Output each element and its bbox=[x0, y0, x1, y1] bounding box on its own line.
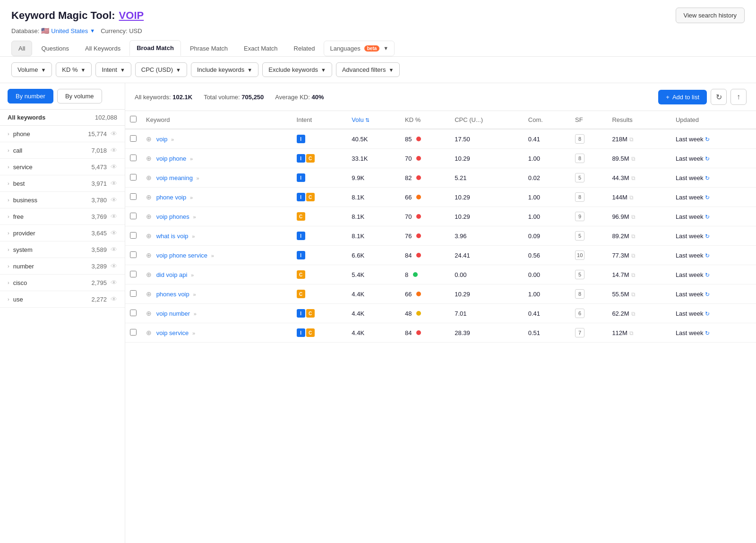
row-checkbox[interactable] bbox=[130, 232, 137, 239]
tab-phrase-match[interactable]: Phrase Match bbox=[183, 41, 235, 56]
select-all-checkbox[interactable] bbox=[130, 116, 137, 122]
add-keyword-icon[interactable]: ⊕ bbox=[146, 193, 152, 201]
header-volume[interactable]: Volu ⇅ bbox=[347, 111, 400, 129]
add-keyword-icon[interactable]: ⊕ bbox=[146, 232, 152, 240]
expand-icon[interactable]: » bbox=[193, 214, 196, 220]
refresh-row-icon[interactable]: ↻ bbox=[705, 136, 710, 143]
copy-icon[interactable]: ⧉ bbox=[631, 252, 636, 259]
add-keyword-icon[interactable]: ⊕ bbox=[146, 174, 152, 181]
sf-badge[interactable]: 9 bbox=[575, 212, 584, 221]
sf-badge[interactable]: 8 bbox=[575, 134, 584, 144]
kd-filter[interactable]: KD % ▼ bbox=[56, 62, 92, 77]
copy-icon[interactable]: ⧉ bbox=[631, 291, 636, 298]
sf-badge[interactable]: 5 bbox=[575, 231, 584, 241]
eye-icon[interactable]: 👁 bbox=[111, 262, 117, 270]
eye-icon[interactable]: 👁 bbox=[111, 246, 117, 253]
include-keywords-filter[interactable]: Include keywords ▼ bbox=[191, 62, 258, 77]
refresh-row-icon[interactable]: ↻ bbox=[705, 330, 710, 336]
sidebar-item-best[interactable]: › best 3,971 👁 bbox=[0, 175, 125, 192]
expand-icon[interactable]: » bbox=[211, 253, 214, 259]
expand-icon[interactable]: » bbox=[190, 156, 193, 162]
copy-icon[interactable]: ⧉ bbox=[629, 136, 634, 143]
keyword-link[interactable]: did voip api bbox=[156, 271, 188, 278]
add-keyword-icon[interactable]: ⊕ bbox=[146, 271, 152, 278]
export-button[interactable]: ↑ bbox=[730, 89, 747, 105]
eye-icon[interactable]: 👁 bbox=[111, 147, 117, 154]
volume-filter[interactable]: Volume ▼ bbox=[11, 62, 52, 77]
keyword-link[interactable]: voip meaning bbox=[156, 174, 193, 181]
tab-all-keywords[interactable]: All Keywords bbox=[78, 41, 128, 56]
sidebar-item-call[interactable]: › call 7,018 👁 bbox=[0, 142, 125, 159]
by-number-button[interactable]: By number bbox=[8, 89, 53, 103]
sidebar-all-keywords[interactable]: All keywords 102,088 bbox=[0, 110, 125, 126]
sidebar-item-phone[interactable]: › phone 15,774 👁 bbox=[0, 126, 125, 142]
sf-badge[interactable]: 7 bbox=[575, 328, 584, 337]
add-keyword-icon[interactable]: ⊕ bbox=[146, 290, 152, 298]
row-checkbox[interactable] bbox=[130, 135, 137, 142]
refresh-row-icon[interactable]: ↻ bbox=[705, 194, 710, 201]
add-keyword-icon[interactable]: ⊕ bbox=[146, 135, 152, 143]
tab-all[interactable]: All bbox=[11, 41, 32, 56]
eye-icon[interactable]: 👁 bbox=[111, 295, 117, 303]
cpc-filter[interactable]: CPC (USD) ▼ bbox=[135, 62, 187, 77]
eye-icon[interactable]: 👁 bbox=[111, 229, 117, 237]
copy-icon[interactable]: ⧉ bbox=[631, 214, 636, 220]
keyword-link[interactable]: phone voip bbox=[156, 194, 187, 201]
add-keyword-icon[interactable]: ⊕ bbox=[146, 251, 152, 259]
sf-badge[interactable]: 10 bbox=[575, 250, 584, 260]
refresh-button[interactable]: ↻ bbox=[711, 89, 727, 105]
keyword-link[interactable]: voip number bbox=[156, 310, 190, 317]
refresh-row-icon[interactable]: ↻ bbox=[705, 310, 710, 317]
copy-icon[interactable]: ⧉ bbox=[629, 194, 634, 201]
languages-tab[interactable]: Languages beta ▼ bbox=[324, 41, 395, 56]
add-keyword-icon[interactable]: ⊕ bbox=[146, 213, 152, 220]
refresh-row-icon[interactable]: ↻ bbox=[705, 233, 710, 240]
sf-badge[interactable]: 8 bbox=[575, 154, 584, 163]
keyword-link[interactable]: voip bbox=[156, 136, 168, 143]
add-keyword-icon[interactable]: ⊕ bbox=[146, 310, 152, 317]
expand-icon[interactable]: » bbox=[193, 292, 196, 297]
eye-icon[interactable]: 👁 bbox=[111, 180, 117, 187]
intent-filter[interactable]: Intent ▼ bbox=[95, 62, 131, 77]
view-history-button[interactable]: View search history bbox=[676, 8, 745, 23]
sf-badge[interactable]: 6 bbox=[575, 309, 584, 318]
expand-icon[interactable]: » bbox=[171, 137, 174, 142]
tab-related[interactable]: Related bbox=[287, 41, 322, 56]
eye-icon[interactable]: 👁 bbox=[111, 163, 117, 171]
row-checkbox[interactable] bbox=[130, 310, 137, 316]
sf-badge[interactable]: 5 bbox=[575, 173, 584, 182]
row-checkbox[interactable] bbox=[130, 290, 137, 297]
row-checkbox[interactable] bbox=[130, 155, 137, 161]
copy-icon[interactable]: ⧉ bbox=[631, 155, 636, 162]
expand-icon[interactable]: » bbox=[190, 195, 193, 200]
expand-icon[interactable]: » bbox=[191, 272, 194, 278]
refresh-row-icon[interactable]: ↻ bbox=[705, 214, 710, 220]
keyword-link[interactable]: voip phone service bbox=[156, 252, 207, 259]
sidebar-item-system[interactable]: › system 3,589 👁 bbox=[0, 241, 125, 258]
database-link[interactable]: 🇺🇸 United States ▼ bbox=[41, 27, 95, 34]
sidebar-item-use[interactable]: › use 2,272 👁 bbox=[0, 291, 125, 308]
keyword-link[interactable]: voip phone bbox=[156, 155, 187, 162]
tab-questions[interactable]: Questions bbox=[34, 41, 76, 56]
add-keyword-icon[interactable]: ⊕ bbox=[146, 155, 152, 162]
keyword-link[interactable]: phones voip bbox=[156, 291, 189, 298]
row-checkbox[interactable] bbox=[130, 251, 137, 258]
sf-badge[interactable]: 8 bbox=[575, 289, 584, 299]
keyword-link[interactable]: what is voip bbox=[156, 233, 189, 240]
add-to-list-button[interactable]: + Add to list bbox=[658, 90, 707, 104]
keyword-link[interactable]: voip service bbox=[156, 329, 189, 336]
row-checkbox[interactable] bbox=[130, 193, 137, 200]
sf-badge[interactable]: 8 bbox=[575, 192, 584, 202]
copy-icon[interactable]: ⧉ bbox=[631, 310, 636, 317]
refresh-row-icon[interactable]: ↻ bbox=[705, 291, 710, 298]
refresh-row-icon[interactable]: ↻ bbox=[705, 175, 710, 181]
sidebar-item-cisco[interactable]: › cisco 2,795 👁 bbox=[0, 275, 125, 291]
row-checkbox[interactable] bbox=[130, 329, 137, 336]
row-checkbox[interactable] bbox=[130, 271, 137, 277]
refresh-row-icon[interactable]: ↻ bbox=[705, 252, 710, 259]
sidebar-item-provider[interactable]: › provider 3,645 👁 bbox=[0, 225, 125, 241]
refresh-row-icon[interactable]: ↻ bbox=[705, 155, 710, 162]
keyword-link[interactable]: voip phones bbox=[156, 213, 189, 220]
exclude-keywords-filter[interactable]: Exclude keywords ▼ bbox=[262, 62, 332, 77]
refresh-row-icon[interactable]: ↻ bbox=[705, 272, 710, 278]
